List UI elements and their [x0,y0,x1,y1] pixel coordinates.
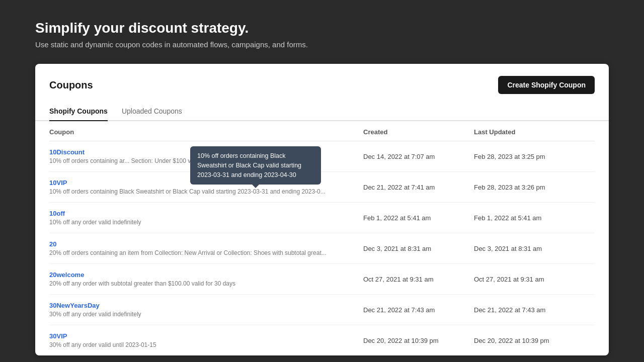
table-header-row: Coupon Created Last Updated [49,121,595,141]
header-last-updated: Last Updated [474,128,595,136]
updated-date: Feb 1, 2022 at 5:41 am [474,214,595,222]
coupon-cell: 30NewYearsDay 30% off any order valid in… [49,302,363,318]
coupon-name-link[interactable]: 10Discount [49,148,363,156]
coupon-cell: 10Discount 10% off orders containing ar.… [49,148,363,164]
coupon-desc: 20% off orders containing an item from C… [49,249,341,256]
create-coupon-button[interactable]: Create Shopify Coupon [498,76,595,94]
tab-shopify-coupons[interactable]: Shopify Coupons [49,102,108,121]
coupon-name-link[interactable]: 10off [49,210,363,217]
coupons-card: Coupons Create Shopify Coupon Shopify Co… [35,64,609,355]
table-row: 30NewYearsDay 30% off any order valid in… [49,295,595,325]
card-title: Coupons [49,79,93,91]
coupon-cell: 30VIP 30% off any order valid until 2023… [49,332,363,348]
page-title: Simplify your discount strategy. [35,20,609,36]
coupon-name-link[interactable]: 20 [49,240,363,248]
coupon-desc: 30% off any order valid until 2023-01-15 [49,341,341,348]
coupon-desc: 10% off orders containing Black Sweatshi… [49,188,341,195]
coupon-name-link[interactable]: 30NewYearsDay [49,302,363,309]
card-header: Coupons Create Shopify Coupon [35,64,609,94]
updated-date: Dec 21, 2022 at 7:43 am [474,306,595,314]
coupon-desc: 30% off any order valid indefinitely [49,311,341,318]
created-date: Dec 21, 2022 at 7:41 am [363,184,474,191]
updated-date: Feb 28, 2023 at 3:25 pm [474,153,595,160]
coupon-desc: 10% off any order valid indefinitely [49,219,341,226]
coupon-name-link[interactable]: 30VIP [49,332,363,340]
table-row: 20 20% off orders containing an item fro… [49,233,595,264]
updated-date: Feb 28, 2023 at 3:26 pm [474,184,595,191]
coupon-name-link[interactable]: 20welcome [49,271,363,279]
page-subtitle: Use static and dynamic coupon codes in a… [35,40,609,49]
coupon-cell: 10off 10% off any order valid indefinite… [49,210,363,226]
created-date: Dec 21, 2022 at 7:43 am [363,306,474,314]
coupon-name-link[interactable]: 10VIP [49,179,363,187]
coupon-desc: 10% off orders containing ar... Section:… [49,157,341,164]
table-row: 10VIP 10% off orders containing Black Sw… [49,172,595,203]
coupon-cell: 20welcome 20% off any order with subtota… [49,271,363,287]
created-date: Feb 1, 2022 at 5:41 am [363,214,474,222]
table-row: 10Discount 10% off orders containing ar.… [49,141,595,172]
table-row: 30VIP 30% off any order valid until 2023… [49,325,595,355]
header-coupon: Coupon [49,128,363,136]
created-date: Dec 14, 2022 at 7:07 am [363,153,474,160]
coupon-cell: 10VIP 10% off orders containing Black Sw… [49,179,363,195]
table-row: 10off 10% off any order valid indefinite… [49,203,595,233]
coupons-table: Coupon Created Last Updated 10Discount 1… [35,121,609,355]
created-date: Oct 27, 2021 at 9:31 am [363,276,474,283]
updated-date: Oct 27, 2021 at 9:31 am [474,276,595,283]
updated-date: Dec 20, 2022 at 10:39 pm [474,337,595,344]
table-row: 20welcome 20% off any order with subtota… [49,264,595,295]
updated-date: Dec 3, 2021 at 8:31 am [474,245,595,252]
created-date: Dec 3, 2021 at 8:31 am [363,245,474,252]
coupon-cell: 20 20% off orders containing an item fro… [49,240,363,256]
hero-section: Simplify your discount strategy. Use sta… [0,0,644,64]
coupon-desc: 20% off any order with subtotal greater … [49,280,341,287]
tabs-row: Shopify Coupons Uploaded Coupons [35,102,609,121]
created-date: Dec 20, 2022 at 10:39 pm [363,337,474,344]
header-created: Created [363,128,474,136]
tab-uploaded-coupons[interactable]: Uploaded Coupons [122,102,182,121]
